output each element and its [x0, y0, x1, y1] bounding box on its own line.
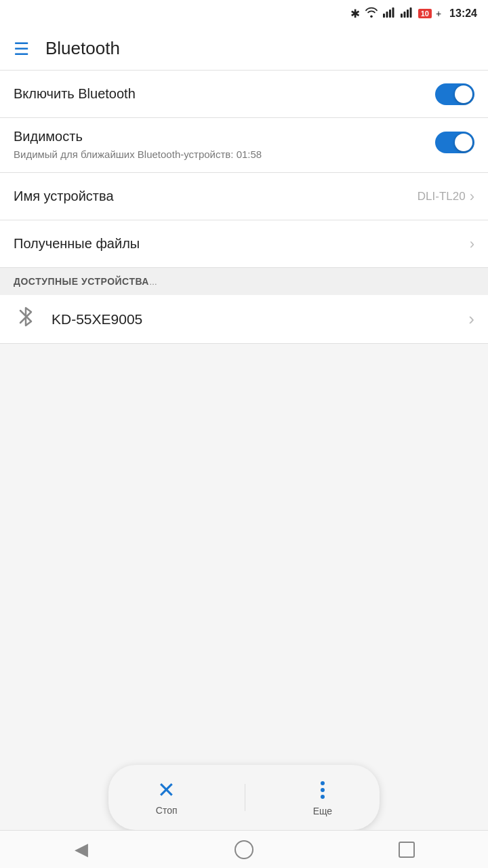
device-row[interactable]: KD-55XE9005 › [0, 295, 488, 344]
back-icon: ◀ [75, 839, 88, 860]
page-title: Bluetooth [45, 38, 120, 59]
settings-list: Включить Bluetooth Видимость Видимый для… [0, 71, 488, 268]
visibility-sublabel: Видимый для ближайших Bluetooth-устройст… [14, 147, 435, 161]
svg-rect-1 [386, 12, 388, 18]
available-devices-list: KD-55XE9005 › [0, 295, 488, 344]
device-name-value: DLI-TL20 [418, 190, 466, 203]
visibility-text-group: Видимость Видимый для ближайших Bluetoot… [14, 129, 435, 161]
signal-icon-1 [383, 7, 396, 21]
bluetooth-toggle[interactable] [435, 83, 474, 105]
status-bar: ✱ [0, 0, 488, 27]
home-icon [235, 840, 253, 859]
device-row-chevron: › [468, 309, 474, 330]
status-icons: ✱ [350, 7, 441, 21]
device-name-text: KD-55XE9005 [52, 311, 455, 328]
enable-bluetooth-row[interactable]: Включить Bluetooth [0, 71, 488, 118]
bottom-action-bar: ✕ Стоп Еще [108, 765, 380, 830]
svg-rect-7 [409, 7, 411, 18]
device-name-row[interactable]: Имя устройства DLI-TL20 › [0, 173, 488, 220]
stop-button[interactable]: ✕ Стоп [129, 774, 205, 821]
menu-button[interactable]: ☰ [14, 40, 29, 58]
recent-button[interactable] [380, 831, 434, 869]
svg-rect-4 [401, 14, 403, 18]
app-bar: ☰ Bluetooth [0, 27, 488, 71]
received-files-row[interactable]: Полученные файлы › [0, 220, 488, 268]
action-bar-divider [245, 784, 245, 811]
available-devices-header: ДОСТУПНЫЕ УСТРОЙСТВА… [0, 268, 488, 295]
svg-rect-2 [389, 9, 391, 18]
more-label: Еще [313, 806, 333, 816]
enable-bluetooth-label: Включить Bluetooth [14, 86, 136, 102]
device-name-value-group: DLI-TL20 › [418, 188, 474, 205]
device-bluetooth-icon [14, 305, 38, 333]
svg-rect-6 [407, 9, 409, 18]
visibility-toggle[interactable] [435, 132, 474, 153]
home-button[interactable] [217, 831, 271, 869]
stop-icon: ✕ [157, 779, 176, 801]
recent-icon [399, 842, 415, 858]
battery-icon: 10 [418, 9, 432, 18]
visibility-row[interactable]: Видимость Видимый для ближайших Bluetoot… [0, 118, 488, 173]
received-files-chevron: › [470, 235, 474, 253]
received-files-label: Полученные файлы [14, 236, 140, 252]
clock: 13:24 [449, 7, 477, 20]
svg-rect-5 [403, 12, 405, 18]
visibility-label: Видимость [14, 129, 435, 144]
bluetooth-status-icon: ✱ [350, 7, 360, 21]
svg-rect-0 [383, 14, 385, 18]
svg-rect-3 [392, 7, 394, 18]
wifi-icon [364, 7, 379, 21]
more-icon [321, 778, 325, 802]
back-button[interactable]: ◀ [54, 831, 108, 869]
more-button[interactable]: Еще [286, 773, 360, 822]
signal-icon-2 [401, 7, 414, 21]
nav-bar: ◀ [0, 830, 488, 868]
stop-label: Стоп [156, 805, 178, 816]
battery-charging-icon: + [436, 8, 441, 19]
device-name-chevron: › [470, 188, 474, 205]
device-name-label: Имя устройства [14, 189, 114, 204]
